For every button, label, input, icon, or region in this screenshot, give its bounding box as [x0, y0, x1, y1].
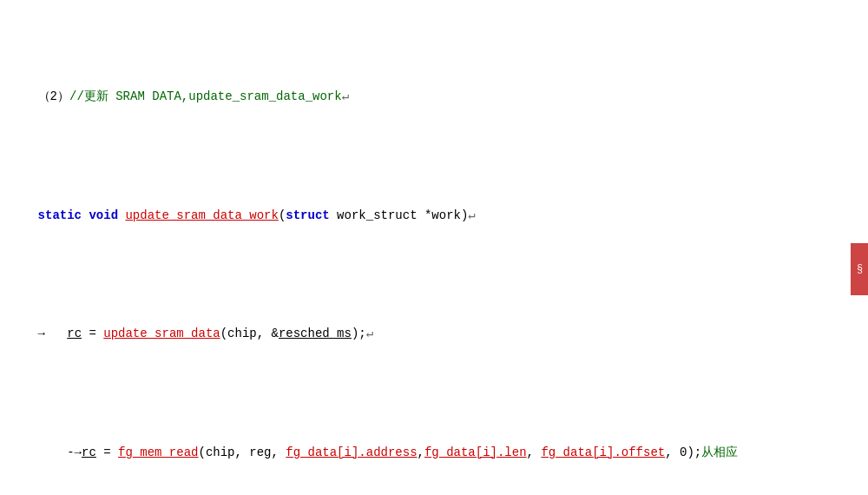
- line-static-void: static void update_sram_data_work(struct…: [9, 186, 851, 246]
- var-fg-data-len: fg_data[i].len: [424, 446, 527, 459]
- var-resched: resched_ms: [279, 327, 352, 340]
- keyword-struct: struct: [286, 208, 329, 222]
- keyword-static: static: [38, 208, 82, 222]
- line-rc-fg-mem: -→rc = fg_mem_read(chip, reg, fg_data[i]…: [9, 423, 851, 483]
- var-rc: rc: [67, 327, 82, 340]
- keyword-void: void: [89, 208, 118, 222]
- var-fg-data-addr: fg_data[i].address: [286, 446, 417, 459]
- arrow-right: →: [38, 327, 45, 340]
- func-update-sram: update_sram_data_work: [125, 208, 278, 222]
- func-update-sram-data: update_sram_data: [103, 327, 220, 340]
- comment-mem: 从相应: [701, 446, 738, 459]
- line-rc-update: → rc = update_sram_data(chip, &resched_m…: [9, 304, 851, 364]
- func-fg-mem-read: fg_mem_read: [118, 446, 198, 459]
- var-rc2: rc: [82, 446, 96, 459]
- sidebar-symbol: §: [851, 263, 867, 275]
- sidebar-icon[interactable]: §: [851, 243, 868, 295]
- code-block: （2）//更新 SRAM DATA,update_sram_data_work↵…: [0, 0, 868, 495]
- line-title: （2）//更新 SRAM DATA,update_sram_data_work↵: [9, 67, 851, 127]
- var-fg-data-offset: fg_data[i].offset: [541, 446, 665, 459]
- title-text: （2）//更新 SRAM DATA,update_sram_data_work: [38, 89, 342, 103]
